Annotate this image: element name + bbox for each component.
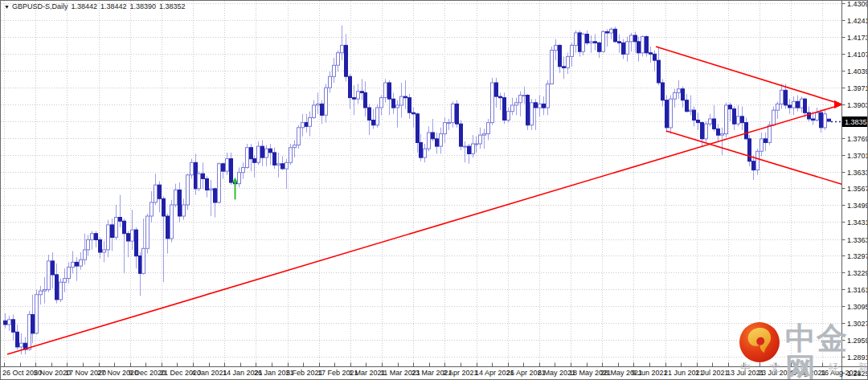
date-axis-label: 2 Apr 2021 xyxy=(443,369,478,377)
price-axis-label: 1.34990 xyxy=(847,202,868,210)
svg-text:1.38352: 1.38352 xyxy=(845,118,868,126)
watermark: 中金网 CNGOLD.COM.CN 中 文 财 经 新 媒 体 xyxy=(739,321,868,378)
price-axis-label: 1.37010 xyxy=(847,152,868,160)
cngold-logo-icon xyxy=(739,321,780,363)
watermark-slogan: 中 文 财 经 新 媒 体 xyxy=(740,361,868,375)
price-axis-label: 1.41070 xyxy=(847,51,868,59)
quote-close: 1.38352 xyxy=(159,2,186,10)
price-axis-label: 1.32970 xyxy=(847,252,868,260)
current-price-tag: 1.38352 xyxy=(842,116,868,127)
quote-high: 1.38442 xyxy=(100,2,127,10)
price-axis-label: 1.31610 xyxy=(847,286,868,294)
date-axis-label: 4 Jan 2021 xyxy=(191,369,227,377)
quote-open: 1.38442 xyxy=(71,2,97,10)
grid-lines xyxy=(1,1,842,367)
chart-symbol-label: GBPUSD-S,Daily xyxy=(12,2,68,10)
candlesticks xyxy=(4,26,831,355)
price-axis-label: 1.36330 xyxy=(847,169,868,177)
chart-header: ▼GBPUSD-S,Daily1.384421.384421.383901.38… xyxy=(4,2,189,10)
price-axis-label: 1.30950 xyxy=(847,303,868,311)
price-axis-label: 1.33630 xyxy=(847,236,868,244)
price-axis-label: 1.35670 xyxy=(847,185,868,193)
mt4-chart-window: 1.430901.424101.417301.410701.403901.397… xyxy=(0,0,868,380)
price-axis-label: 1.43090 xyxy=(847,1,868,8)
price-axis-label: 1.37690 xyxy=(847,135,868,143)
buy-arrow-marker xyxy=(232,178,238,199)
date-axis-label: 1 Jul 2021 xyxy=(695,369,729,377)
price-axis-label: 1.40390 xyxy=(847,67,868,76)
descending-lower-line[interactable] xyxy=(666,131,846,186)
price-axis-label: 1.34310 xyxy=(847,219,868,227)
quote-low: 1.38390 xyxy=(130,2,157,10)
price-axis-label: 1.41730 xyxy=(847,34,868,42)
price-axis-label: 1.42410 xyxy=(847,17,868,25)
price-axis-label: 1.32290 xyxy=(847,269,868,277)
price-axis-label: 1.39030 xyxy=(847,101,868,109)
price-axis-label: 1.39710 xyxy=(847,84,868,92)
date-axis-label: 9 Jun 2021 xyxy=(632,369,668,377)
collapse-quote-icon[interactable]: ▼ xyxy=(4,4,10,10)
